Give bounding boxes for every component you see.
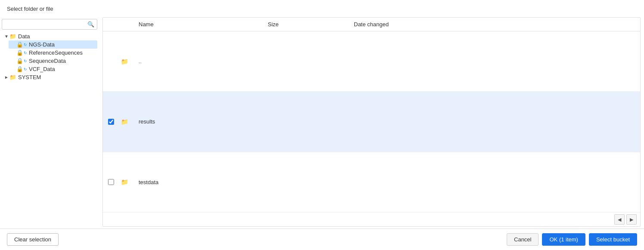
sync-badge-ref: ↻ <box>24 51 27 55</box>
file-table: Name Size Date changed 📁 .. <box>103 18 640 213</box>
ok-button[interactable]: OK (1 item) <box>542 233 585 246</box>
sync-badge-seq: ↻ <box>24 59 27 63</box>
dialog-title: Select folder or file <box>7 6 53 12</box>
bucket-icon-seq: 🔒↻ <box>16 58 27 64</box>
sync-badge-vcf: ↻ <box>24 67 27 71</box>
footer-right: Cancel OK (1 item) Select bucket <box>507 233 637 246</box>
tree-item-sequence[interactable]: 🔒↻ SequenceData <box>9 57 97 65</box>
pagination-controls: ◀ ▶ <box>103 213 640 226</box>
cell-size-testdata <box>263 152 349 212</box>
tree-children-data: 🔒↻ NGS-Data 🔒↻ ReferenceSequences <box>2 40 97 73</box>
dialog-footer: Clear selection Cancel OK (1 item) Selec… <box>0 228 644 250</box>
cell-checkbox-testdata[interactable] <box>103 152 119 212</box>
table-row-parent: 📁 .. <box>103 31 640 92</box>
cell-size-parent <box>263 31 349 92</box>
cell-icon-results: 📁 <box>119 92 133 152</box>
search-input[interactable] <box>5 21 87 28</box>
table-row-testdata: 📁 testdata <box>103 152 640 212</box>
cell-name-results[interactable]: results <box>133 92 263 152</box>
folder-icon-parent: 📁 <box>121 58 128 65</box>
search-box[interactable]: 🔍 <box>2 19 97 30</box>
folder-icon-results: 📁 <box>121 118 128 125</box>
pagination-next-button[interactable]: ▶ <box>626 214 637 225</box>
col-header-name: Name <box>133 18 263 31</box>
tree-item-reference[interactable]: 🔒↻ ReferenceSequences <box>9 49 97 57</box>
tree-toggle-system[interactable]: ► <box>3 75 9 80</box>
folder-icon-testdata: 📁 <box>121 179 128 185</box>
tree-item-data[interactable]: ▼ 📁 Data <box>2 32 97 40</box>
tree-item-data-label: Data <box>18 33 30 40</box>
tree-item-ngs-label: NGS-Data <box>29 41 55 48</box>
col-header-checkbox <box>103 18 119 31</box>
select-bucket-button[interactable]: Select bucket <box>589 233 637 246</box>
tree-item-sequence-label: SequenceData <box>29 58 66 64</box>
cell-name-parent[interactable]: .. <box>133 31 263 92</box>
footer-left: Clear selection <box>7 233 59 246</box>
tree-item-ngs-data[interactable]: 🔒↻ NGS-Data <box>9 40 97 49</box>
table-header-row: Name Size Date changed <box>103 18 640 31</box>
col-header-size: Size <box>263 18 349 31</box>
cell-name-testdata[interactable]: testdata <box>133 152 263 212</box>
col-header-icon <box>119 18 133 31</box>
cell-date-parent <box>349 31 640 92</box>
cell-icon-testdata: 📁 <box>119 152 133 212</box>
cancel-button[interactable]: Cancel <box>507 233 539 246</box>
bucket-icon-ref: 🔒↻ <box>16 49 27 56</box>
cell-checkbox-results[interactable] <box>103 92 119 152</box>
tree-panel: 🔍 ▼ 📁 Data 🔒↻ NGS-Data <box>0 17 99 227</box>
cell-date-results <box>349 92 640 152</box>
tree-toggle-data[interactable]: ▼ <box>3 34 9 39</box>
tree-item-vcf-label: VCF_Data <box>29 66 55 72</box>
tree-content: ▼ 📁 Data 🔒↻ NGS-Data 🔒↻ <box>2 32 97 225</box>
cell-date-testdata <box>349 152 640 212</box>
clear-selection-button[interactable]: Clear selection <box>7 233 59 246</box>
cell-checkbox-parent <box>103 31 119 92</box>
table-row-results: 📁 results <box>103 92 640 152</box>
cell-icon-parent: 📁 <box>119 31 133 92</box>
col-header-date: Date changed <box>349 18 640 31</box>
pagination-prev-button[interactable]: ◀ <box>614 214 625 225</box>
file-panel: Name Size Date changed 📁 .. <box>102 17 641 227</box>
sync-badge-ngs: ↻ <box>24 43 27 47</box>
tree-item-reference-label: ReferenceSequences <box>29 49 83 56</box>
tree-item-vcf[interactable]: 🔒↻ VCF_Data <box>9 65 97 73</box>
tree-item-system[interactable]: ► 📁 SYSTEM <box>2 73 97 81</box>
folder-icon-system: 📁 <box>9 74 16 80</box>
bucket-icon-vcf: 🔒↻ <box>16 66 27 72</box>
bucket-icon-ngs: 🔒↻ <box>16 41 27 48</box>
checkbox-results[interactable] <box>108 119 114 125</box>
search-icon: 🔍 <box>87 21 94 28</box>
folder-icon-data: 📁 <box>9 33 16 40</box>
tree-item-system-label: SYSTEM <box>18 74 41 80</box>
checkbox-testdata[interactable] <box>108 179 114 185</box>
cell-size-results <box>263 92 349 152</box>
